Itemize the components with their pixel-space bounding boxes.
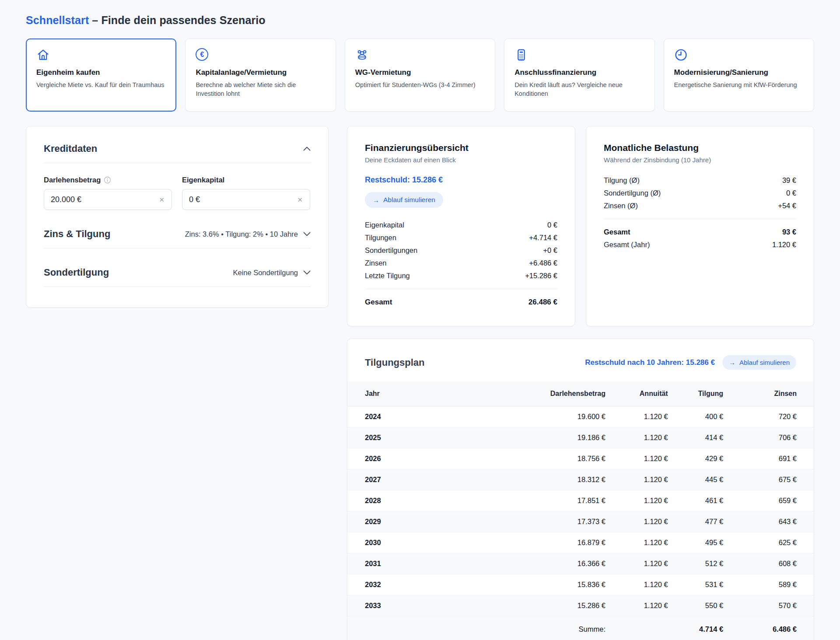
scenario-title: Eigenheim kaufen <box>36 68 166 77</box>
row-label: Gesamt (Jahr) <box>604 238 650 251</box>
chevron-down-icon[interactable] <box>303 270 311 275</box>
finanzierung-total-value: 26.486 € <box>528 296 557 308</box>
restschuld-value[interactable]: Restschuld: 15.286 € <box>365 175 557 185</box>
chevron-up-icon[interactable] <box>303 147 311 151</box>
kreditdaten-panel: Kreditdaten Darlehensbetrag ✕ <box>26 126 329 308</box>
calculator-icon <box>514 48 644 62</box>
cell-jahr: 2027 <box>347 469 430 490</box>
scenario-card-modernisierung-sanierung[interactable]: Modernisierung/SanierungEnergetische San… <box>664 38 814 112</box>
darlehensbetrag-input[interactable] <box>51 195 143 204</box>
page-title: Schnellstart – Finde dein passendes Szen… <box>26 14 814 27</box>
cell-zinsen: 720 € <box>723 406 814 427</box>
darlehensbetrag-clear-icon[interactable]: ✕ <box>158 196 165 204</box>
zins-tilgung-title: Zins & Tilgung <box>44 228 110 240</box>
cell-annuitaet: 1.120 € <box>606 406 668 427</box>
scenario-description: Optimiert für Studenten-WGs (3-4 Zimmer) <box>355 80 485 89</box>
eigenkapital-input[interactable] <box>189 195 281 204</box>
cell-tilgung: 414 € <box>668 427 723 448</box>
table-summe-row: Summe:4.714 €6.486 € <box>347 616 814 640</box>
house-icon <box>36 48 166 62</box>
tilgungsplan-title: Tilgungsplan <box>365 357 424 368</box>
cell-darlehensbetrag: 17.851 € <box>430 490 606 511</box>
cell-annuitaet: 1.120 € <box>606 595 668 616</box>
ablauf-simulieren-label: Ablauf simulieren <box>383 196 435 204</box>
clock-icon <box>674 48 804 62</box>
row-label: Sondertilgung (Ø) <box>604 187 661 199</box>
zins-tilgung-section[interactable]: Zins & Tilgung Zins: 3.6% • Tilgung: 2% … <box>44 228 311 248</box>
overview-row: Finanzierungsübersicht Deine Eckdaten au… <box>347 126 814 326</box>
row-value: 39 € <box>782 174 796 187</box>
cell-annuitaet: 1.120 € <box>606 532 668 553</box>
left-column: Kreditdaten Darlehensbetrag ✕ <box>26 126 329 308</box>
zins-tilgung-summary-group: Zins: 3.6% • Tilgung: 2% • 10 Jahre <box>185 230 311 238</box>
cell-annuitaet: 1.120 € <box>606 574 668 595</box>
cell-annuitaet: 1.120 € <box>606 553 668 574</box>
ablauf-simulieren-button[interactable]: → Ablauf simulieren <box>722 355 796 370</box>
ablauf-simulieren-label: Ablauf simulieren <box>739 359 790 366</box>
cell-darlehensbetrag: 18.756 € <box>430 448 606 469</box>
summe-tilgung: 4.714 € <box>668 616 723 640</box>
cell-tilgung: 429 € <box>668 448 723 469</box>
table-row-2030: 203016.879 €1.120 €495 €625 € <box>347 532 814 553</box>
column-header-annuität: Annuität <box>606 381 668 406</box>
monatlich-title: Monatliche Belastung <box>604 143 796 153</box>
cell-tilgung: 445 € <box>668 469 723 490</box>
eigenkapital-input-wrapper: ✕ <box>182 189 310 210</box>
main-content: Kreditdaten Darlehensbetrag ✕ <box>26 126 814 640</box>
row-sondertilgungen: Sondertilgungen+0 € <box>365 244 557 257</box>
cell-zinsen: 625 € <box>723 532 814 553</box>
cell-darlehensbetrag: 17.373 € <box>430 511 606 532</box>
row-tilgungen: Tilgungen+4.714 € <box>365 231 557 244</box>
restschuld-note[interactable]: Restschuld nach 10 Jahren: 15.286 € <box>585 358 715 367</box>
scenario-card-wg-vermietung[interactable]: WG-VermietungOptimiert für Studenten-WGs… <box>345 38 495 112</box>
cell-tilgung: 495 € <box>668 532 723 553</box>
cell-jahr: 2032 <box>347 574 430 595</box>
ablauf-simulieren-button[interactable]: → Ablauf simulieren <box>365 192 443 208</box>
row-label: Letzte Tilgung <box>365 269 410 282</box>
cell-jahr: 2028 <box>347 490 430 511</box>
cell-jahr: 2025 <box>347 427 430 448</box>
eigenkapital-clear-icon[interactable]: ✕ <box>296 196 304 204</box>
cell-jahr: 2026 <box>347 448 430 469</box>
table-row-2026: 202618.756 €1.120 €429 €691 € <box>347 448 814 469</box>
divider <box>365 289 557 289</box>
scenario-cards: Eigenheim kaufenVergleiche Miete vs. Kau… <box>26 38 814 112</box>
row-sondertilgung-: Sondertilgung (Ø)0 € <box>604 187 796 199</box>
finanzierung-title: Finanzierungsübersicht <box>365 143 557 153</box>
tilgungsplan-table: JahrDarlehensbetragAnnuitätTilgungZinsen… <box>347 381 814 640</box>
table-row-2032: 203215.836 €1.120 €531 €589 € <box>347 574 814 595</box>
finanzierungsuebersicht-panel: Finanzierungsübersicht Deine Eckdaten au… <box>347 126 575 326</box>
cell-tilgung: 400 € <box>668 406 723 427</box>
cell-zinsen: 643 € <box>723 511 814 532</box>
cell-tilgung: 531 € <box>668 574 723 595</box>
kreditdaten-section-header[interactable]: Kreditdaten <box>44 143 311 163</box>
scenario-card-anschlussfinanzierung[interactable]: AnschlussfinanzierungDein Kredit läuft a… <box>504 38 654 112</box>
cell-zinsen: 589 € <box>723 574 814 595</box>
scenario-card-kapitalanlage-vermietung[interactable]: €Kapitalanlage/VermietungBerechne ab wel… <box>185 38 336 112</box>
darlehensbetrag-label-text: Darlehensbetrag <box>44 176 101 184</box>
table-row-2028: 202817.851 €1.120 €461 €659 € <box>347 490 814 511</box>
cell-jahr: 2033 <box>347 595 430 616</box>
row-label: Tilgung (Ø) <box>604 174 640 187</box>
cell-darlehensbetrag: 16.366 € <box>430 553 606 574</box>
table-row-2025: 202519.186 €1.120 €414 €706 € <box>347 427 814 448</box>
chevron-down-icon[interactable] <box>303 232 311 236</box>
kreditdaten-title: Kreditdaten <box>44 143 97 154</box>
scenario-card-eigenheim-kaufen[interactable]: Eigenheim kaufenVergleiche Miete vs. Kau… <box>26 38 176 112</box>
sondertilgung-section[interactable]: Sondertilgung Keine Sondertilgung <box>44 267 311 287</box>
kredit-fields: Darlehensbetrag ✕ Eigenkapital <box>44 176 311 210</box>
row-label: Zinsen <box>365 257 387 269</box>
summe-zinsen: 6.486 € <box>723 616 814 640</box>
users-icon <box>355 48 485 62</box>
cell-jahr: 2024 <box>347 406 430 427</box>
row-gesamt-jahr-: Gesamt (Jahr)1.120 € <box>604 238 796 251</box>
cell-darlehensbetrag: 16.879 € <box>430 532 606 553</box>
row-value: +0 € <box>543 244 557 257</box>
finanzierung-total-row: Gesamt 26.486 € <box>365 296 557 308</box>
cell-annuitaet: 1.120 € <box>606 490 668 511</box>
arrow-right-icon: → <box>729 359 735 366</box>
summe-empty <box>347 616 430 640</box>
info-icon[interactable] <box>104 176 111 184</box>
scenario-title: Anschlussfinanzierung <box>514 68 644 77</box>
row-gesamt: Gesamt93 € <box>604 226 796 238</box>
